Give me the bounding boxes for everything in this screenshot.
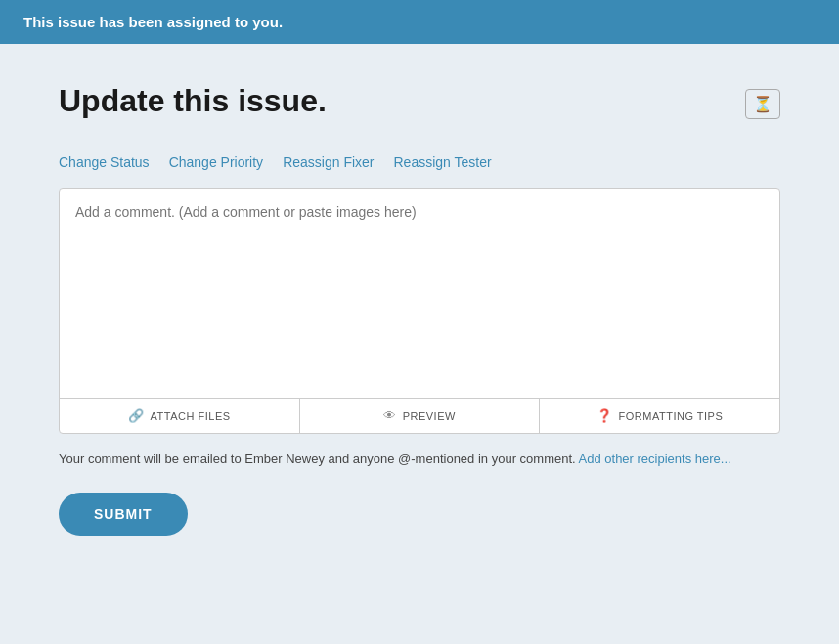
- formatting-label: FORMATTING TIPS: [619, 410, 724, 422]
- action-links: Change Status Change Priority Reassign F…: [59, 154, 780, 170]
- preview-label: PREVIEW: [403, 410, 456, 422]
- formatting-icon: ❓: [596, 408, 613, 423]
- add-recipients-link[interactable]: Add other recipients here...: [579, 451, 731, 466]
- history-button[interactable]: ⏳: [745, 89, 780, 119]
- attach-icon: 🔗: [128, 408, 145, 423]
- submit-button[interactable]: SUBMIT: [59, 493, 188, 536]
- attach-files-button[interactable]: 🔗 ATTACH FILES: [60, 399, 300, 433]
- comment-textarea[interactable]: [60, 189, 779, 394]
- preview-icon: 👁: [383, 408, 397, 423]
- comment-toolbar: 🔗 ATTACH FILES 👁 PREVIEW ❓ FORMATTING TI…: [60, 398, 779, 433]
- page-title: Update this issue.: [59, 83, 327, 119]
- formatting-tips-button[interactable]: ❓ FORMATTING TIPS: [540, 399, 779, 433]
- banner-text: This issue has been assigned to you.: [23, 14, 283, 30]
- email-notice: Your comment will be emailed to Ember Ne…: [59, 450, 780, 469]
- submit-label: SUBMIT: [94, 506, 153, 522]
- reassign-fixer-link[interactable]: Reassign Fixer: [283, 154, 374, 170]
- attach-label: ATTACH FILES: [151, 410, 231, 422]
- email-notice-text: Your comment will be emailed to Ember Ne…: [59, 451, 576, 466]
- change-status-link[interactable]: Change Status: [59, 154, 150, 170]
- preview-button[interactable]: 👁 PREVIEW: [300, 399, 541, 433]
- history-icon: ⏳: [753, 95, 773, 113]
- change-priority-link[interactable]: Change Priority: [169, 154, 264, 170]
- reassign-tester-link[interactable]: Reassign Tester: [394, 154, 492, 170]
- comment-container: 🔗 ATTACH FILES 👁 PREVIEW ❓ FORMATTING TI…: [59, 188, 780, 434]
- notification-banner: This issue has been assigned to you.: [0, 0, 839, 44]
